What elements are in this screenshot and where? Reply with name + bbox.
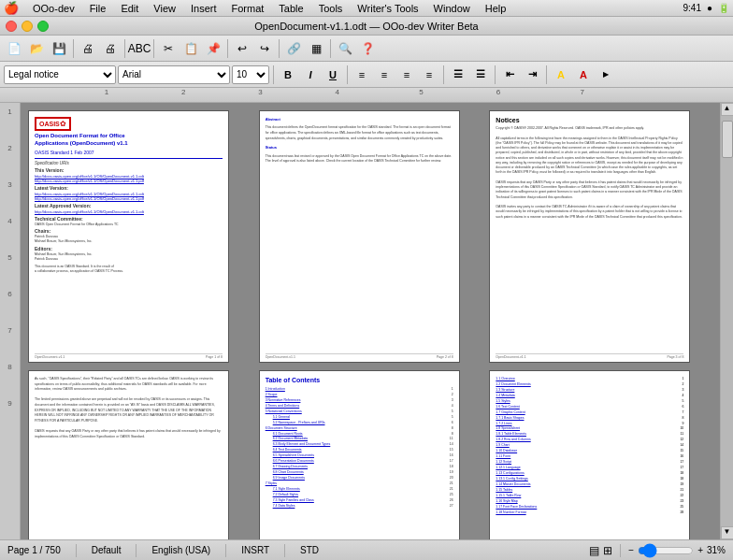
menu-writers-tools[interactable]: Writer's Tools: [351, 2, 424, 15]
more-button[interactable]: ▸: [596, 65, 616, 84]
menu-tools[interactable]: Tools: [312, 2, 350, 15]
fmt-sep-3: [443, 65, 444, 84]
menu-insert[interactable]: Insert: [184, 2, 223, 15]
menu-view[interactable]: View: [147, 2, 182, 15]
document-area[interactable]: OASIS ✿ Open Document Format for OfficeA…: [21, 103, 720, 539]
page-thumbnail-2[interactable]: Abstract This document defines the OpenD…: [259, 110, 460, 363]
margin-8: 8: [7, 363, 11, 371]
page1-tc-chair: Technical Committee:: [35, 216, 223, 222]
menu-help[interactable]: Help: [479, 2, 513, 15]
undo-button[interactable]: ↩: [232, 38, 252, 59]
close-button[interactable]: [6, 21, 17, 32]
redo-button[interactable]: ↪: [254, 38, 275, 59]
decrease-indent-button[interactable]: ⇤: [499, 65, 520, 84]
underline-button[interactable]: U: [323, 65, 343, 84]
main-area: 1 2 3 4 5 6 7 8 9 OASIS ✿ Open Document …: [0, 103, 733, 539]
page5-toc-title: Table of Contents: [266, 377, 453, 383]
status-sep-2: [136, 544, 137, 557]
scroll-track[interactable]: [721, 116, 733, 526]
toc-page-7-4: 27: [450, 504, 453, 510]
page3-footer-right: Page 3 of 8: [667, 355, 683, 359]
numbering-button[interactable]: ☰: [448, 65, 468, 84]
zoom-controls: − + 31%: [628, 545, 726, 555]
save-button[interactable]: 💾: [49, 38, 69, 59]
print-preview-button[interactable]: 🖨: [78, 38, 98, 59]
zoom-slider[interactable]: [638, 547, 694, 554]
page-thumbnail-1[interactable]: OASIS ✿ Open Document Format for OfficeA…: [28, 110, 229, 363]
idx-page-25: 28: [680, 510, 683, 516]
page3-body: Copyright © OASIS® 2002-2007. All Rights…: [496, 126, 683, 220]
cut-button[interactable]: ✂: [158, 38, 179, 59]
ruler-mark-1: 1: [105, 88, 108, 96]
toolbar-separator-2: [124, 39, 125, 58]
font-color-button[interactable]: A: [573, 65, 594, 84]
align-center-button[interactable]: ≡: [374, 65, 395, 84]
page1-chairs: Chairs:: [35, 228, 223, 234]
copy-button[interactable]: 📋: [180, 38, 201, 59]
bullets-button[interactable]: ☰: [470, 65, 491, 84]
view-icons: ▤ ⊞: [589, 544, 612, 557]
normal-view-icon[interactable]: ▤: [589, 544, 599, 557]
scroll-down-button[interactable]: ▼: [721, 526, 734, 539]
page1-abstract: This document is an OASIS Standard. It i…: [35, 265, 223, 274]
paragraph-style-select[interactable]: Legal notice: [4, 65, 116, 84]
page1-latest-version: Latest Version:: [35, 185, 223, 191]
hyperlink-button[interactable]: 🔗: [283, 38, 304, 59]
menu-window[interactable]: Window: [427, 2, 477, 15]
font-size-select[interactable]: 10: [232, 65, 269, 84]
italic-button[interactable]: I: [300, 65, 321, 84]
paste-button[interactable]: 📌: [203, 38, 223, 59]
align-left-button[interactable]: ≡: [352, 65, 372, 84]
bold-button[interactable]: B: [278, 65, 298, 84]
ruler-mark-7: 7: [580, 88, 583, 96]
zoom-out-button[interactable]: −: [628, 545, 634, 555]
insert-mode[interactable]: INSRT: [241, 545, 269, 555]
ruler-mark-4: 4: [336, 88, 339, 96]
find-button[interactable]: 🔍: [335, 38, 355, 59]
toc-entry-6-9: 6.9 Image Documents: [273, 476, 305, 481]
menu-ooodev[interactable]: OOo-dev: [26, 2, 81, 15]
table-button[interactable]: ▦: [306, 38, 326, 59]
apple-menu[interactable]: 🍎: [4, 1, 19, 15]
font-select[interactable]: Arial: [118, 65, 230, 84]
print-button[interactable]: 🖨: [100, 38, 121, 59]
battery-icon: 🔋: [718, 3, 729, 13]
scroll-thumb[interactable]: [722, 121, 733, 158]
align-right-button[interactable]: ≡: [396, 65, 417, 84]
web-view-icon[interactable]: ⊞: [603, 544, 612, 557]
justify-button[interactable]: ≡: [419, 65, 439, 84]
menu-table[interactable]: Table: [272, 2, 309, 15]
divider-1: [35, 158, 223, 159]
maximize-button[interactable]: [37, 21, 49, 32]
page1-footer-right: Page 1 of 8: [206, 355, 223, 359]
zoom-in-button[interactable]: +: [697, 545, 703, 555]
ruler-mark-6: 6: [496, 88, 500, 96]
idx-25: 1.18 Number Format: [496, 510, 525, 516]
fmt-sep-5: [546, 65, 547, 84]
spellcheck-button[interactable]: ABC: [129, 38, 150, 59]
new-button[interactable]: 📄: [4, 38, 24, 59]
oasis-flame-icon: ✿: [60, 120, 66, 128]
increase-indent-button[interactable]: ⇥: [522, 65, 542, 84]
vertical-scrollbar[interactable]: ▲ ▼: [720, 103, 733, 539]
menu-file[interactable]: File: [83, 2, 113, 15]
toc-entry-7-4: 7.4 Data Styles: [273, 504, 295, 510]
margin-5: 5: [7, 253, 11, 262]
page1-spec-uri-label: Specification URIs: [35, 161, 223, 165]
open-button[interactable]: 📂: [26, 38, 47, 59]
page-thumbnail-3[interactable]: Notices Copyright © OASIS® 2002-2007. Al…: [489, 110, 690, 363]
page-2-content: Abstract This document defines the OpenD…: [260, 111, 459, 362]
std-mode[interactable]: STD: [300, 545, 319, 555]
menu-edit[interactable]: Edit: [114, 2, 145, 15]
scroll-up-button[interactable]: ▲: [721, 103, 734, 116]
menu-format[interactable]: Format: [225, 2, 271, 15]
page3-title: Notices: [496, 117, 683, 123]
help-button[interactable]: ❓: [357, 38, 378, 59]
highlight-color-button[interactable]: A: [551, 65, 571, 84]
page-thumbnail-4[interactable]: As such, "OASIS Specifications", their "…: [28, 370, 229, 539]
window-controls: [6, 21, 49, 32]
minimize-button[interactable]: [22, 21, 33, 32]
page-thumbnail-5[interactable]: Table of Contents 1 Introduction1 2 Scop…: [259, 370, 460, 539]
page-thumbnail-6[interactable]: 1.1 Overview1 1.2 Document Elements2 1.3…: [489, 370, 690, 539]
toolbar-separator-1: [73, 39, 74, 58]
